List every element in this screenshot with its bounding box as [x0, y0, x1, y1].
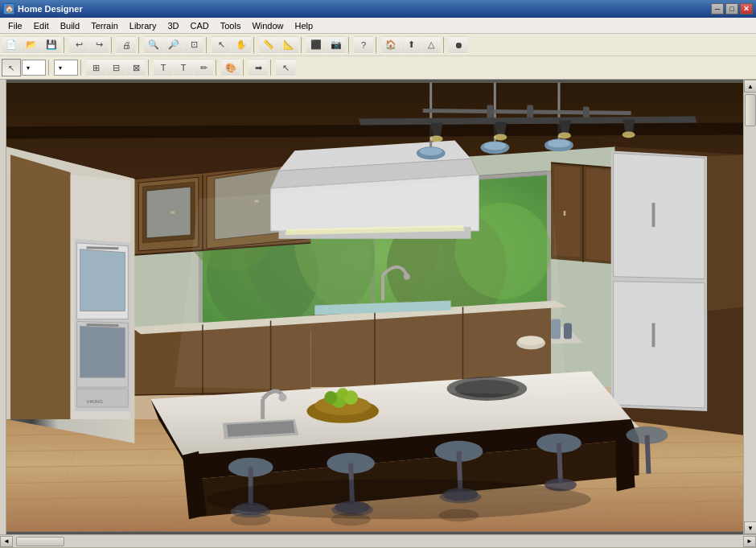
toolbar-dropdown-2[interactable]	[54, 60, 78, 76]
toolbar-button-pencil[interactable]: ✏	[194, 59, 213, 76]
toolbar-separator	[206, 37, 209, 53]
svg-marker-73	[77, 389, 129, 407]
scroll-down-button[interactable]: ▼	[744, 521, 756, 534]
toolbar-button-snap2[interactable]: ⊟	[106, 59, 125, 76]
toolbar-separator	[243, 60, 246, 76]
menu-bar: FileEditBuildTerrainLibrary3DCADToolsWin…	[0, 18, 756, 34]
scroll-left-button[interactable]: ◄	[0, 536, 13, 547]
menu-item-tools[interactable]: Tools	[216, 19, 246, 32]
toolbar-button-angle[interactable]: 📐	[279, 36, 298, 54]
toolbar-button-select[interactable]: ↖	[212, 36, 231, 54]
menu-item-edit[interactable]: Edit	[29, 19, 54, 32]
svg-marker-71	[80, 326, 125, 377]
svg-marker-64	[10, 155, 71, 419]
svg-line-135	[647, 435, 649, 474]
toolbar-button-snap3[interactable]: ⊠	[126, 59, 146, 76]
toolbar-button-stairs[interactable]: ⬆	[401, 36, 421, 54]
menu-item-terrain[interactable]: Terrain	[86, 19, 123, 32]
toolbar-button-3d[interactable]: ⬛	[306, 36, 326, 54]
toolbar-dropdown-1[interactable]	[22, 60, 46, 76]
toolbars: 📄📂💾↩↪🖨🔍🔎⊡↖✋📏📐⬛📷?🏠⬆△⏺ ↖⊞⊟⊠TT✏🎨➡↖	[0, 34, 756, 80]
toolbar-separator	[443, 37, 446, 53]
close-button[interactable]: ✕	[740, 3, 753, 14]
svg-point-95	[548, 139, 570, 147]
toolbar-button-fit-view[interactable]: ⊡	[184, 36, 203, 54]
minimize-button[interactable]: ─	[711, 3, 724, 14]
toolbar-button-snap1[interactable]: ⊞	[86, 59, 105, 76]
svg-marker-47	[554, 166, 580, 258]
toolbar-button-zoom-out[interactable]: 🔎	[164, 36, 183, 54]
scroll-thumb[interactable]	[745, 94, 756, 126]
toolbar-button-undo[interactable]: ↩	[69, 36, 88, 54]
toolbar-button-open[interactable]: 📂	[22, 36, 41, 54]
svg-point-89	[420, 147, 442, 155]
toolbar-separator	[80, 60, 84, 76]
menu-item-build[interactable]: Build	[55, 19, 84, 32]
toolbar-separator	[348, 37, 351, 53]
viewport: VIKING	[6, 80, 743, 534]
toolbar-button-print[interactable]: 🖨	[117, 36, 136, 54]
title-controls: ─ □ ✕	[711, 3, 753, 14]
maximize-button[interactable]: □	[725, 3, 738, 14]
toolbar-row-2: ↖⊞⊟⊠TT✏🎨➡↖	[0, 56, 756, 79]
toolbar-button-zoom-in[interactable]: 🔍	[144, 36, 163, 54]
menu-item-window[interactable]: Window	[247, 19, 288, 32]
toolbar-button-save[interactable]: 💾	[42, 36, 61, 54]
toolbar-button-hand[interactable]: ✋	[232, 36, 251, 54]
toolbar-button-cursor[interactable]: ↖	[276, 59, 295, 76]
svg-line-72	[87, 324, 119, 325]
toolbar-button-arrow[interactable]: ➡	[249, 59, 268, 76]
toolbar-separator	[216, 60, 219, 76]
toolbar-separator	[148, 60, 151, 76]
svg-marker-78	[614, 282, 705, 408]
hscroll-thumb[interactable]	[16, 537, 64, 546]
toolbar-button-house[interactable]: 🏠	[381, 36, 401, 54]
svg-point-113	[324, 391, 337, 404]
title-bar-left: 🏠 Home Designer	[3, 3, 83, 14]
svg-marker-77	[614, 153, 705, 278]
toolbar-separator	[253, 37, 257, 53]
menu-item-help[interactable]: Help	[290, 19, 318, 32]
toolbar-separator	[376, 37, 379, 53]
menu-item-file[interactable]: File	[3, 19, 27, 32]
scroll-right-button[interactable]: ►	[743, 536, 756, 547]
horizontal-scrollbar[interactable]: ◄ ►	[0, 534, 756, 547]
toolbar-button-record[interactable]: ⏺	[449, 36, 468, 54]
toolbar-button-measure[interactable]: 📏	[259, 36, 278, 54]
window-title: Home Designer	[18, 4, 83, 14]
svg-marker-144	[175, 175, 567, 395]
scroll-up-button[interactable]: ▲	[744, 80, 756, 93]
svg-point-92	[483, 142, 506, 150]
toolbar-separator	[138, 37, 142, 53]
svg-point-152	[558, 132, 571, 138]
toolbar-separator	[48, 60, 51, 76]
toolbar-button-new[interactable]: 📄	[2, 36, 21, 54]
toolbar-row-1: 📄📂💾↩↪🖨🔍🔎⊡↖✋📏📐⬛📷?🏠⬆△⏺	[0, 34, 756, 56]
toolbar-separator	[111, 37, 114, 53]
svg-point-150	[494, 134, 507, 140]
toolbar-button-redo[interactable]: ↪	[89, 36, 109, 54]
toolbar-separator	[64, 37, 67, 53]
scroll-track	[744, 93, 756, 521]
app-icon: 🏠	[3, 3, 14, 14]
menu-item-3d[interactable]: 3D	[162, 19, 183, 32]
toolbar-button-text2[interactable]: T	[174, 59, 193, 76]
menu-item-library[interactable]: Library	[125, 19, 162, 32]
svg-text:VIKING: VIKING	[87, 399, 104, 404]
svg-point-118	[279, 393, 287, 402]
svg-point-139	[439, 509, 479, 521]
svg-rect-141	[564, 323, 572, 339]
svg-point-148	[430, 135, 443, 142]
svg-point-138	[331, 513, 371, 525]
vertical-scrollbar[interactable]: ▲ ▼	[743, 80, 756, 534]
toolbar-button-pointer[interactable]: ↖	[2, 59, 21, 76]
toolbar-button-palette[interactable]: 🎨	[221, 59, 240, 76]
menu-item-cad[interactable]: CAD	[185, 19, 213, 32]
toolbar-button-roof[interactable]: △	[421, 36, 441, 54]
svg-line-132	[559, 443, 561, 484]
toolbar-button-text1[interactable]: T	[154, 59, 173, 76]
toolbar-button-camera[interactable]: 📷	[327, 36, 346, 54]
svg-point-137	[231, 513, 271, 525]
main-area: VIKING	[0, 80, 756, 534]
toolbar-button-help[interactable]: ?	[354, 36, 373, 54]
